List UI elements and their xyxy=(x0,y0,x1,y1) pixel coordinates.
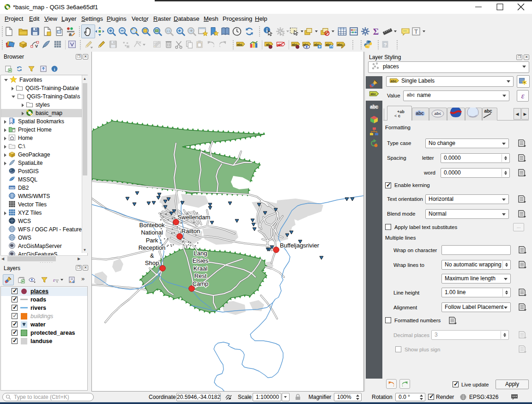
svg-text:Σ: Σ xyxy=(373,27,379,36)
svg-text:abc: abc xyxy=(407,92,415,97)
svg-text:Kraal: Kraal xyxy=(193,265,207,272)
svg-text:Shop: Shop xyxy=(145,259,159,266)
svg-text:abc: abc xyxy=(370,92,376,96)
svg-text:a: a xyxy=(69,31,72,37)
svg-text:abc: abc xyxy=(237,43,242,46)
svg-text:abc: abc xyxy=(337,43,343,46)
svg-text:?: ? xyxy=(384,42,387,48)
svg-text:T: T xyxy=(414,28,418,35)
svg-text:Camp: Camp xyxy=(193,280,209,287)
svg-text:Railton: Railton xyxy=(181,228,200,235)
svg-text:<: < xyxy=(394,114,397,118)
svg-text:1:1: 1:1 xyxy=(166,30,170,32)
svg-text:&: & xyxy=(150,252,154,259)
svg-text:V: V xyxy=(35,44,38,48)
svg-text:Park: Park xyxy=(146,237,158,244)
svg-text:National: National xyxy=(141,229,163,236)
svg-text:Reception: Reception xyxy=(139,244,166,251)
svg-text:abc: abc xyxy=(484,109,492,114)
svg-text:Elsies: Elsies xyxy=(193,257,209,264)
svg-text:Buffeljagsrivier: Buffeljagsrivier xyxy=(280,242,320,249)
svg-text:abc: abc xyxy=(370,104,378,109)
svg-text:Swellendam: Swellendam xyxy=(178,214,211,221)
svg-text:Bontebok: Bontebok xyxy=(139,222,165,229)
svg-text:abc: abc xyxy=(391,79,397,83)
svg-text:Lang: Lang xyxy=(194,250,207,257)
svg-text:Rest: Rest xyxy=(194,272,207,279)
svg-text:c: c xyxy=(398,114,400,118)
svg-text:abc: abc xyxy=(434,111,441,116)
svg-text:DB2: DB2 xyxy=(9,187,14,189)
svg-text:abc: abc xyxy=(416,111,424,116)
svg-text:ε: ε xyxy=(53,277,55,283)
